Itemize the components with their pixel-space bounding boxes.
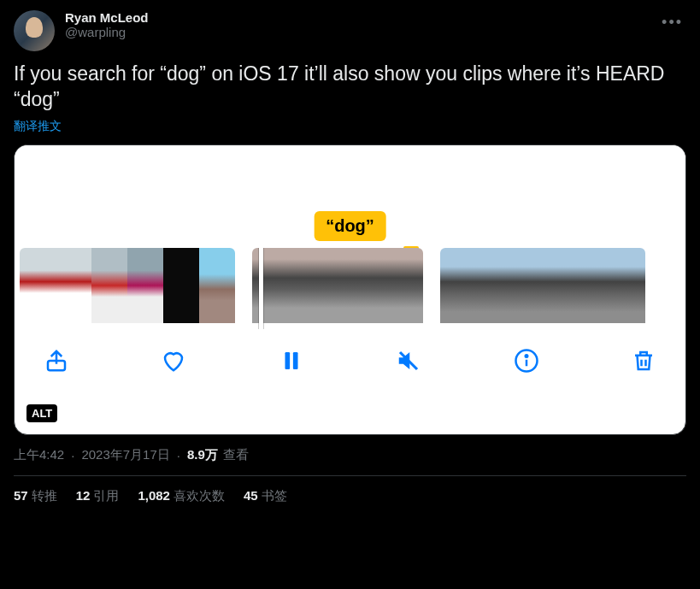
clip-frame [440, 248, 474, 323]
stat-likes[interactable]: 1,082喜欢次数 [138, 488, 225, 504]
stat-label: 引用 [93, 488, 119, 503]
stat-label: 喜欢次数 [174, 488, 225, 503]
tweet-date[interactable]: 2023年7月17日 [81, 447, 169, 463]
video-timeline[interactable] [15, 248, 685, 329]
clip-frame [543, 248, 577, 323]
stat-quotes[interactable]: 12引用 [76, 488, 120, 504]
media-toolbar [15, 329, 685, 396]
pause-icon[interactable] [279, 348, 304, 374]
clip-frame [611, 248, 645, 323]
stat-count: 12 [76, 488, 91, 503]
stat-label: 书签 [262, 488, 287, 503]
clip-group[interactable] [440, 248, 645, 329]
tweet-header: Ryan McLeod @warpling ••• [14, 10, 686, 51]
clip-frame [338, 248, 380, 323]
media-top-area: “dog” [15, 145, 685, 248]
stat-count: 45 [244, 488, 258, 503]
avatar[interactable] [14, 10, 55, 51]
separator [68, 448, 78, 462]
heart-icon[interactable] [161, 348, 186, 374]
svg-rect-2 [293, 352, 298, 369]
display-name: Ryan McLeod [65, 10, 648, 25]
tweet-meta: 上午4:42 2023年7月17日 8.9万 查看 [14, 447, 686, 476]
clip-group[interactable] [20, 248, 235, 329]
tweet-text: If you search for “dog” on iOS 17 it’ll … [14, 62, 686, 113]
mute-icon[interactable] [396, 348, 421, 374]
user-handle: @warpling [65, 25, 648, 39]
stat-label: 转推 [32, 488, 57, 503]
media-card[interactable]: “dog” [14, 144, 686, 435]
tweet-container: Ryan McLeod @warpling ••• If you search … [0, 0, 700, 527]
clip-frame [199, 248, 235, 323]
stat-bookmarks[interactable]: 45书签 [244, 488, 287, 504]
tweet-stats: 57转推 12引用 1,082喜欢次数 45书签 [14, 476, 686, 516]
clip-frame [20, 248, 56, 323]
stat-count: 57 [14, 488, 28, 503]
info-icon[interactable] [514, 348, 539, 374]
clip-frame [163, 248, 199, 323]
clip-frame [577, 248, 611, 323]
clip-group[interactable] [252, 248, 423, 329]
clip-frame [295, 248, 338, 323]
playhead[interactable] [259, 248, 263, 329]
search-term-badge: “dog” [314, 211, 386, 241]
views-label: 查看 [223, 447, 249, 463]
user-block[interactable]: Ryan McLeod @warpling [65, 10, 648, 39]
views-count: 8.9万 [187, 447, 218, 463]
clip-frame [474, 248, 509, 323]
more-icon[interactable]: ••• [658, 10, 686, 35]
trash-icon[interactable] [631, 348, 656, 374]
stat-count: 1,082 [138, 488, 170, 503]
share-icon[interactable] [44, 348, 69, 374]
clip-frame [56, 248, 91, 323]
svg-point-6 [525, 355, 527, 357]
alt-badge[interactable]: ALT [26, 404, 57, 422]
clip-frame [91, 248, 127, 323]
tweet-time[interactable]: 上午4:42 [14, 447, 64, 463]
clip-frame [509, 248, 543, 323]
clip-frame [127, 248, 163, 323]
stat-retweets[interactable]: 57转推 [14, 488, 57, 504]
separator [174, 448, 184, 462]
clip-frame [380, 248, 423, 323]
translate-link[interactable]: 翻译推文 [14, 119, 62, 134]
svg-rect-1 [285, 352, 290, 369]
